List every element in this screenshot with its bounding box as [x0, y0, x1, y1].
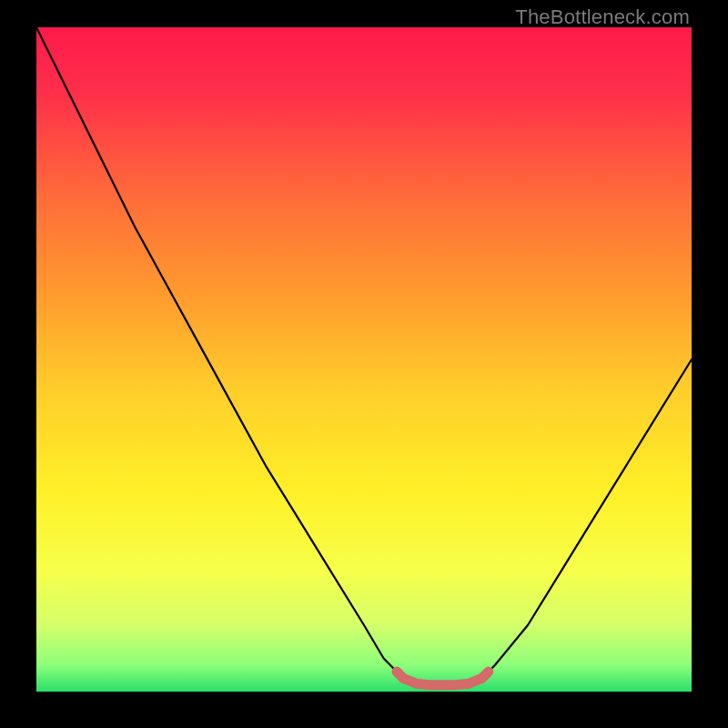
minimum-highlight: [397, 672, 489, 685]
watermark-text: TheBottleneck.com: [515, 5, 690, 29]
curve-layer: [36, 27, 692, 692]
plot-area: [36, 27, 692, 692]
chart-frame: TheBottleneck.com: [0, 0, 728, 728]
bottleneck-curve: [36, 27, 692, 685]
